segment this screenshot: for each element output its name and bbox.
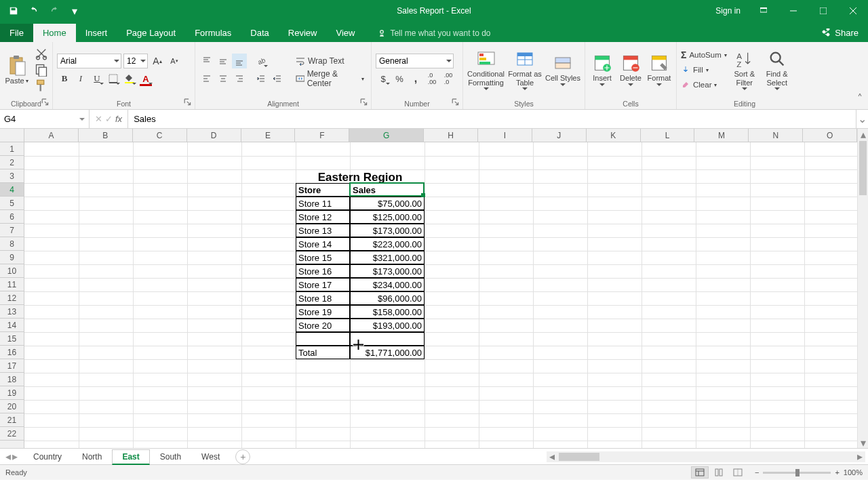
row-header[interactable]: 3 xyxy=(0,169,24,183)
scroll-right-icon[interactable]: ▸ xyxy=(854,450,865,463)
cell[interactable] xyxy=(296,332,350,346)
dialog-launcher-icon[interactable] xyxy=(184,98,192,106)
tab-page-layout[interactable]: Page Layout xyxy=(117,24,185,42)
ribbon-display-options-icon[interactable] xyxy=(749,0,778,22)
sheet-tab[interactable]: Country xyxy=(23,449,72,464)
maximize-icon[interactable] xyxy=(808,0,838,22)
scroll-down-icon[interactable]: ▾ xyxy=(858,437,868,448)
font-name-combo[interactable]: Arial xyxy=(57,54,121,68)
row-header[interactable]: 17 xyxy=(0,359,24,373)
tab-formulas[interactable]: Formulas xyxy=(185,24,241,42)
tab-home[interactable]: Home xyxy=(33,24,76,42)
cancel-formula-icon[interactable]: ✕ xyxy=(95,114,102,124)
row-header[interactable]: 6 xyxy=(0,210,24,224)
cell[interactable]: $158,000.00 xyxy=(350,305,425,319)
row-header[interactable]: 7 xyxy=(0,224,24,237)
merge-center-button[interactable]: Merge & Center ▾ xyxy=(293,71,367,86)
tab-insert[interactable]: Insert xyxy=(76,24,117,42)
cell[interactable]: $96,000.00 xyxy=(350,291,425,305)
cell[interactable]: Store 19 xyxy=(296,305,350,319)
column-header[interactable]: D xyxy=(187,129,241,142)
dialog-launcher-icon[interactable] xyxy=(41,98,50,106)
column-header[interactable]: C xyxy=(133,129,187,142)
format-as-table-button[interactable]: Format as Table xyxy=(507,48,542,91)
decrease-decimal-icon[interactable]: .00.0 xyxy=(441,71,456,86)
row-header[interactable]: 2 xyxy=(0,156,24,169)
cell[interactable]: $234,000.00 xyxy=(350,278,425,291)
row-header[interactable]: 16 xyxy=(0,346,24,359)
cell[interactable]: $173,000.00 xyxy=(350,224,425,237)
column-header[interactable]: K xyxy=(587,129,641,142)
orientation-icon[interactable]: ab xyxy=(254,54,269,68)
collapse-ribbon-icon[interactable]: ˄ xyxy=(857,92,863,105)
undo-icon[interactable] xyxy=(27,4,41,18)
row-header[interactable]: 8 xyxy=(0,237,24,251)
cell[interactable]: Store 14 xyxy=(296,237,350,251)
qat-customize-icon[interactable]: ▾ xyxy=(68,4,81,18)
align-left-icon[interactable] xyxy=(199,71,214,86)
cell[interactable]: $125,000.00 xyxy=(350,210,425,224)
column-header[interactable]: E xyxy=(241,129,296,142)
borders-button[interactable] xyxy=(106,71,121,86)
cell[interactable]: Store 20 xyxy=(296,319,350,332)
row-header[interactable]: 19 xyxy=(0,386,24,400)
column-header[interactable]: N xyxy=(749,129,803,142)
sheet-nav-next-icon[interactable]: ▸ xyxy=(12,450,18,463)
cell[interactable]: $193,000.00 xyxy=(350,319,425,332)
save-icon[interactable] xyxy=(7,4,20,18)
clear-button[interactable]: Clear ▾ xyxy=(681,78,727,92)
column-header[interactable]: B xyxy=(79,129,133,142)
format-cells-button[interactable]: Format xyxy=(646,52,672,87)
delete-cells-button[interactable]: Delete xyxy=(618,52,644,87)
cell[interactable]: Store 17 xyxy=(296,278,350,291)
row-header[interactable]: 9 xyxy=(0,251,24,264)
row-header[interactable]: 4 xyxy=(0,183,24,197)
cell[interactable]: $75,000.00 xyxy=(350,197,425,210)
fill-button[interactable]: Fill ▾ xyxy=(681,63,727,77)
page-layout-view-icon[interactable] xyxy=(710,466,728,479)
align-center-icon[interactable] xyxy=(216,71,231,86)
scroll-thumb[interactable] xyxy=(859,141,867,195)
row-header[interactable]: 18 xyxy=(0,373,24,386)
cell[interactable]: Store 15 xyxy=(296,251,350,264)
tab-review[interactable]: Review xyxy=(279,24,327,42)
column-header[interactable]: I xyxy=(478,129,532,142)
decrease-indent-icon[interactable] xyxy=(254,71,269,86)
number-format-combo[interactable]: General xyxy=(376,54,454,68)
horizontal-scrollbar[interactable]: ◂ ▸ xyxy=(547,451,865,462)
decrease-font-icon[interactable]: A▾ xyxy=(167,54,182,68)
increase-decimal-icon[interactable]: .0.00 xyxy=(425,71,439,86)
tab-file[interactable]: File xyxy=(0,24,33,42)
zoom-level[interactable]: 100% xyxy=(844,468,863,476)
row-header[interactable]: 14 xyxy=(0,319,24,332)
close-icon[interactable] xyxy=(838,0,868,22)
cells-area[interactable]: Eastern RegionStoreSalesStore 11$75,000.… xyxy=(24,142,857,448)
cell[interactable]: Store 11 xyxy=(296,197,350,210)
conditional-formatting-button[interactable]: Conditional Formatting xyxy=(467,48,505,91)
share-button[interactable]: Share xyxy=(812,24,868,42)
name-box[interactable]: G4 xyxy=(0,110,90,128)
select-all-corner[interactable] xyxy=(0,129,24,142)
align-middle-icon[interactable] xyxy=(216,54,231,68)
zoom-slider[interactable] xyxy=(763,472,831,474)
normal-view-icon[interactable] xyxy=(691,466,709,479)
underline-button[interactable]: U xyxy=(90,71,104,86)
row-header[interactable]: 21 xyxy=(0,413,24,427)
sheet-tab[interactable]: North xyxy=(72,449,112,464)
cell[interactable]: Store 18 xyxy=(296,291,350,305)
cell[interactable]: Store 13 xyxy=(296,224,350,237)
cell[interactable]: $223,000.00 xyxy=(350,237,425,251)
row-header[interactable]: 12 xyxy=(0,291,24,305)
sheet-tab[interactable]: South xyxy=(150,449,191,464)
tab-data[interactable]: Data xyxy=(241,24,278,42)
sheet-tab[interactable]: West xyxy=(191,449,230,464)
cell[interactable]: Sales xyxy=(350,183,425,197)
autosum-button[interactable]: ΣAutoSum ▾ xyxy=(681,48,727,62)
font-size-combo[interactable]: 12 xyxy=(123,54,148,68)
zoom-in-icon[interactable]: + xyxy=(835,468,839,476)
insert-function-icon[interactable]: fx xyxy=(115,114,122,124)
scroll-up-icon[interactable]: ▴ xyxy=(858,129,868,140)
vertical-scrollbar[interactable]: ▴ ▾ xyxy=(857,129,868,448)
minimize-icon[interactable] xyxy=(778,0,808,22)
align-top-icon[interactable] xyxy=(199,54,214,68)
